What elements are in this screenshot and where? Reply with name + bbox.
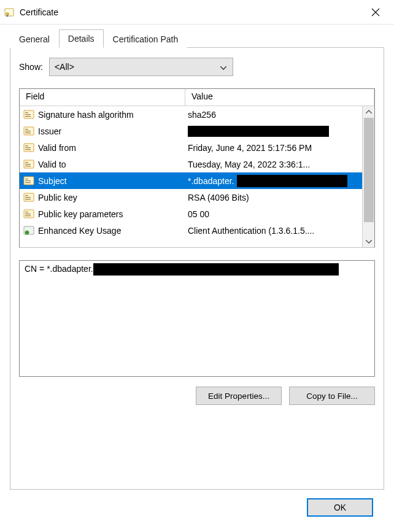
close-icon	[371, 8, 380, 17]
field-cell: Valid from	[20, 142, 185, 153]
svg-rect-3	[25, 112, 28, 113]
field-name: Public key	[38, 193, 77, 202]
svg-rect-8	[25, 131, 31, 131]
cert-ext-icon	[23, 225, 34, 236]
list-body: Signature hash algorithmsha256IssuerVali…	[20, 106, 374, 247]
field-value: *.dbadapter.	[188, 176, 234, 186]
cert-prop-icon	[23, 192, 34, 203]
scroll-up-icon[interactable]	[363, 106, 374, 117]
window-title: Certificate	[20, 7, 362, 17]
redacted-text	[188, 126, 329, 137]
redacted-text	[237, 175, 347, 187]
chevron-down-icon	[220, 62, 226, 72]
svg-rect-9	[25, 133, 31, 133]
svg-rect-29	[25, 215, 31, 216]
table-row[interactable]: Issuer	[20, 123, 374, 139]
table-row[interactable]: Enhanced Key UsageClient Authentication …	[20, 222, 374, 239]
svg-rect-4	[25, 114, 31, 115]
svg-rect-17	[25, 166, 31, 166]
field-value: Friday, June 4, 2021 5:17:56 PM	[188, 143, 312, 153]
field-name: Enhanced Key Usage	[38, 226, 121, 236]
field-cell: Valid to	[20, 159, 185, 170]
show-dropdown-value: <All>	[55, 62, 74, 72]
tab-details[interactable]: Details	[59, 29, 104, 48]
column-value[interactable]: Value	[185, 89, 374, 106]
svg-rect-28	[25, 214, 31, 214]
dialog-content: General Details Certification Path Show:…	[0, 25, 394, 525]
value-cell: sha256	[185, 110, 374, 120]
field-value: sha256	[188, 110, 216, 120]
table-row[interactable]: Valid fromFriday, June 4, 2021 5:17:56 P…	[20, 139, 374, 156]
show-filter-row: Show: <All>	[19, 58, 375, 76]
edit-properties-button[interactable]: Edit Properties...	[196, 387, 282, 405]
value-cell: Client Authentication (1.3.6.1.5....	[185, 226, 374, 236]
field-value: Tuesday, May 24, 2022 3:36:1...	[188, 160, 310, 169]
svg-rect-13	[25, 149, 31, 150]
svg-point-1	[6, 12, 9, 15]
field-name: Valid to	[38, 160, 66, 169]
value-cell	[185, 126, 374, 137]
svg-rect-25	[25, 199, 31, 199]
cert-prop-icon	[23, 209, 34, 220]
tab-certification-path[interactable]: Certification Path	[104, 30, 188, 48]
field-cell: Public key parameters	[20, 209, 185, 220]
svg-rect-12	[25, 147, 31, 148]
cert-prop-icon	[23, 142, 34, 153]
value-cell: RSA (4096 Bits)	[185, 193, 374, 202]
field-value-textarea[interactable]: CN = *.dbadapter.	[19, 260, 375, 377]
column-field[interactable]: Field	[20, 89, 185, 106]
copy-to-file-button[interactable]: Copy to File...	[289, 387, 375, 405]
field-value: Client Authentication (1.3.6.1.5....	[188, 226, 314, 236]
scroll-thumb[interactable]	[364, 118, 374, 222]
cert-prop-icon	[23, 126, 34, 137]
svg-rect-21	[25, 182, 31, 183]
table-row[interactable]: Valid toTuesday, May 24, 2022 3:36:1...	[20, 156, 374, 172]
list-header: Field Value	[20, 89, 374, 106]
dialog-footer: OK	[10, 490, 384, 525]
field-name: Valid from	[38, 143, 76, 153]
vertical-scrollbar[interactable]	[362, 106, 374, 247]
value-cell: *.dbadapter.	[185, 175, 374, 187]
field-cell: Subject	[20, 175, 185, 187]
svg-rect-5	[25, 116, 31, 117]
svg-rect-27	[25, 212, 28, 212]
field-name: Subject	[38, 176, 67, 186]
field-value-text: CN = *.dbadapter.	[25, 264, 93, 274]
tab-strip: General Details Certification Path	[10, 29, 384, 48]
show-label: Show:	[19, 62, 43, 72]
details-panel: Show: <All> Field Value Signature hash a…	[10, 48, 384, 490]
scroll-down-icon[interactable]	[363, 236, 374, 247]
field-value: RSA (4096 Bits)	[188, 193, 249, 202]
table-row[interactable]: Signature hash algorithmsha256	[20, 106, 374, 123]
field-cell: Public key	[20, 192, 185, 203]
field-name: Public key parameters	[38, 209, 123, 219]
certificate-icon	[4, 7, 15, 18]
field-value: 05 00	[188, 209, 209, 219]
titlebar: Certificate	[0, 0, 394, 25]
field-cell: Signature hash algorithm	[20, 109, 185, 120]
field-cell: Issuer	[20, 126, 185, 137]
redacted-text	[93, 263, 339, 276]
svg-rect-15	[25, 162, 28, 163]
tab-general[interactable]: General	[10, 30, 59, 48]
cert-prop-icon	[23, 175, 34, 187]
field-name: Issuer	[38, 126, 61, 136]
field-cell: Enhanced Key Usage	[20, 225, 185, 236]
svg-rect-23	[25, 195, 28, 196]
svg-rect-19	[25, 179, 28, 179]
svg-rect-7	[25, 129, 28, 129]
cert-prop-icon	[23, 109, 34, 120]
close-button[interactable]	[362, 1, 389, 24]
cert-prop-icon	[23, 159, 34, 170]
show-dropdown[interactable]: <All>	[49, 58, 233, 76]
certificate-fields-list: Field Value Signature hash algorithmsha2…	[19, 88, 375, 248]
svg-rect-16	[25, 164, 31, 164]
table-row[interactable]: Subject*.dbadapter.	[20, 172, 374, 189]
ok-button[interactable]: OK	[307, 498, 373, 517]
table-row[interactable]: Public keyRSA (4096 Bits)	[20, 189, 374, 206]
scroll-track[interactable]	[363, 117, 374, 236]
value-cell: Tuesday, May 24, 2022 3:36:1...	[185, 160, 374, 169]
table-row[interactable]: Public key parameters05 00	[20, 206, 374, 222]
svg-rect-24	[25, 197, 31, 198]
svg-rect-11	[25, 145, 28, 146]
